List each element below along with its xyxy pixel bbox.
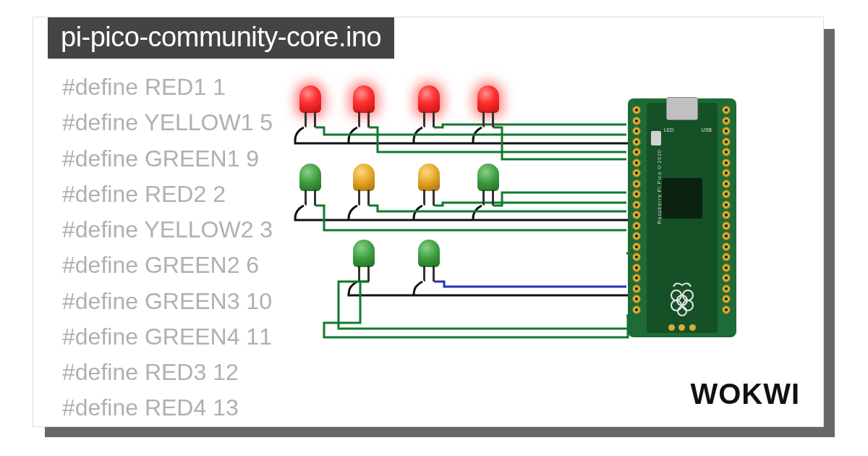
usb-connector-icon xyxy=(666,97,698,120)
rp2040-chip-icon xyxy=(662,178,702,219)
pico-side-text: Raspberry Pi Pico ©2020 xyxy=(657,149,662,224)
code-preview: #define RED1 1 #define YELLOW1 5 #define… xyxy=(62,69,273,426)
led-yellow-1 xyxy=(353,164,375,207)
bootsel-button[interactable] xyxy=(651,131,661,145)
code-line: #define RED3 12 xyxy=(62,355,273,390)
led-red-2 xyxy=(353,85,375,129)
code-line: #define GREEN1 9 xyxy=(62,141,273,177)
code-line: #define YELLOW1 5 xyxy=(62,105,273,140)
code-line: #define RED2 2 xyxy=(62,177,273,212)
code-line: #define GREEN2 6 xyxy=(62,248,273,283)
code-line: #define RED4 13 xyxy=(62,390,273,426)
code-line: #define GREEN3 10 xyxy=(62,284,273,319)
file-title: pi-pico-community-core.ino xyxy=(48,17,394,59)
code-line: #define YELLOW2 3 xyxy=(62,212,273,248)
wokwi-brand: WOKWI xyxy=(690,378,800,410)
code-line: #define GREEN4 11 xyxy=(62,319,273,355)
led-green-3 xyxy=(353,240,375,283)
pico-label-usb: USB xyxy=(702,127,712,132)
svg-point-5 xyxy=(678,307,686,316)
led-yellow-2 xyxy=(418,164,440,207)
led-green-4 xyxy=(418,240,440,283)
debug-header xyxy=(666,324,698,333)
circuit-canvas: LED USB Raspberry Pi Pico ©2020 xyxy=(273,77,736,352)
led-green-1 xyxy=(299,164,321,207)
led-red-3 xyxy=(418,85,440,129)
pin-header-left xyxy=(632,106,642,314)
led-green-2 xyxy=(477,164,499,207)
code-line: #define RED1 1 xyxy=(62,69,273,105)
pico-label-led: LED xyxy=(664,127,686,171)
led-red-4 xyxy=(477,85,499,129)
pin-header-right xyxy=(722,106,732,314)
raspberry-pi-pico: LED USB Raspberry Pi Pico ©2020 xyxy=(628,98,736,337)
project-card: pi-pico-community-core.ino #define RED1 … xyxy=(33,17,824,427)
led-red-1 xyxy=(299,85,321,129)
raspberry-logo-icon xyxy=(666,279,698,317)
